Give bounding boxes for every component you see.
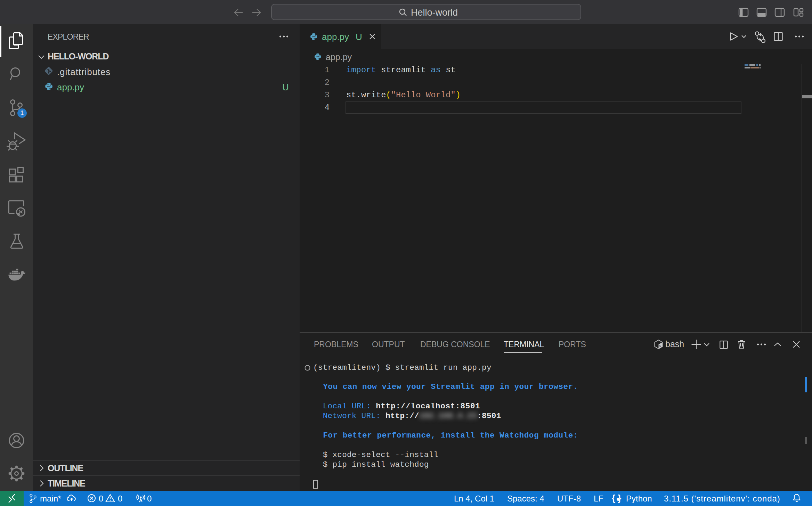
svg-text:$ˍ: $ˍ: [659, 344, 663, 348]
